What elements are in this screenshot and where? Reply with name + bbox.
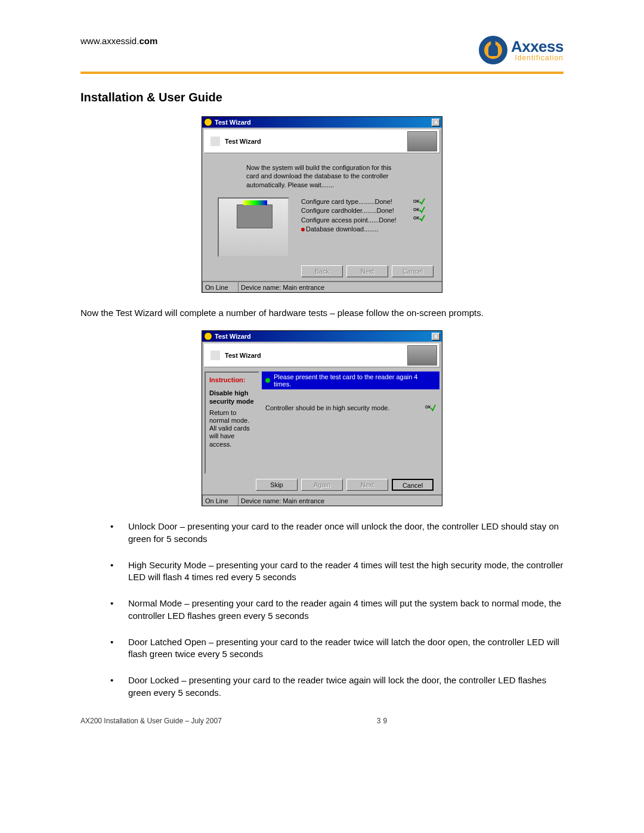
bullet-high-security: High Security Mode – presenting your car… xyxy=(110,559,564,584)
next-button[interactable]: Next xyxy=(346,265,388,277)
instruction-heading: Disable high security mode xyxy=(209,389,255,405)
wizard2-header-title: Test Wizard xyxy=(225,352,261,359)
footer-left: AX200 Installation & User Guide – July 2… xyxy=(80,717,222,725)
bullet-locked: Door Locked – presenting your card to th… xyxy=(110,674,564,699)
bullet-latched: Door Latched Open – presenting your card… xyxy=(110,636,564,661)
wizard1-steps: Configure card type.........Done! Config… xyxy=(301,197,397,234)
wizard-header-image xyxy=(407,131,437,151)
instruction-banner: Please present the test card to the read… xyxy=(262,371,439,389)
wizard1-title: Test Wizard xyxy=(215,119,432,126)
logo-brand-text: Axxess xyxy=(511,39,564,54)
step-4: Database download........ xyxy=(301,225,397,234)
instruction-label: Instruction: xyxy=(209,376,255,383)
header-url: www.axxessid.com xyxy=(80,36,157,46)
cancel-button[interactable]: Cancel xyxy=(392,265,434,277)
page-number: 39 xyxy=(377,717,389,725)
status-device: Device name: Main entrance xyxy=(238,281,442,292)
close-icon[interactable]: X xyxy=(432,119,440,126)
wizard-header-icon xyxy=(210,137,220,146)
wizard1-message: Now the system will build the configurat… xyxy=(246,163,398,189)
close-icon[interactable]: X xyxy=(432,333,440,340)
page-title: Installation & User Guide xyxy=(80,91,564,104)
svg-text:OK: OK xyxy=(413,199,420,203)
instruction-panel: Instruction: Disable high security mode … xyxy=(205,371,259,474)
wizard-header-icon xyxy=(210,351,220,360)
logo-sub-text: Identification xyxy=(511,54,564,61)
ok-marks: OK OK OK xyxy=(413,197,425,222)
next-button[interactable]: Next xyxy=(346,479,388,491)
bullet-unlock: Unlock Door – presenting your card to th… xyxy=(110,521,564,545)
instruction-text: Return to normal mode. All valid cards w… xyxy=(209,409,255,448)
wizard1-window: Test Wizard X Test Wizard Now the system… xyxy=(202,116,442,293)
mid-text: Controller should be in high security mo… xyxy=(265,404,390,411)
status-online: On Line xyxy=(202,495,238,506)
bullet-normal-mode: Normal Mode – presenting your card to th… xyxy=(110,597,564,622)
wizard-header-image xyxy=(407,345,437,366)
ok-check-icon: OK xyxy=(425,404,436,412)
paragraph-1: Now the Test Wizard will complete a numb… xyxy=(80,307,564,319)
brand-logo: Axxess Identification xyxy=(479,36,564,64)
svg-text:OK: OK xyxy=(425,405,431,409)
wizard1-header-title: Test Wizard xyxy=(225,138,261,145)
bullet-list: Unlock Door – presenting your card to th… xyxy=(110,521,564,699)
cancel-button[interactable]: Cancel xyxy=(392,479,434,491)
skip-button[interactable]: Skip xyxy=(256,479,298,491)
wizard2-title: Test Wizard xyxy=(215,333,432,340)
status-dot-icon xyxy=(265,378,270,383)
status-device: Device name: Main entrance xyxy=(238,495,442,506)
back-button[interactable]: Back xyxy=(301,265,343,277)
step-3: Configure access point......Done! xyxy=(301,216,397,225)
wizard2-titlebar: Test Wizard X xyxy=(202,331,442,342)
app-icon xyxy=(204,118,212,126)
header-divider xyxy=(80,72,564,74)
printer-illustration xyxy=(218,197,289,257)
wizard1-titlebar: Test Wizard X xyxy=(202,117,442,128)
app-icon xyxy=(204,332,212,340)
busy-dot-icon xyxy=(301,228,305,231)
wizard2-window: Test Wizard X Test Wizard Instruction: D… xyxy=(202,330,442,506)
step-2: Configure cardholder........Done! xyxy=(301,206,397,215)
svg-text:OK: OK xyxy=(413,208,420,212)
svg-text:OK: OK xyxy=(413,216,420,220)
status-online: On Line xyxy=(202,281,238,292)
step-1: Configure card type.........Done! xyxy=(301,197,397,206)
page-footer: AX200 Installation & User Guide – July 2… xyxy=(80,717,564,725)
again-button[interactable]: Again xyxy=(301,479,343,491)
